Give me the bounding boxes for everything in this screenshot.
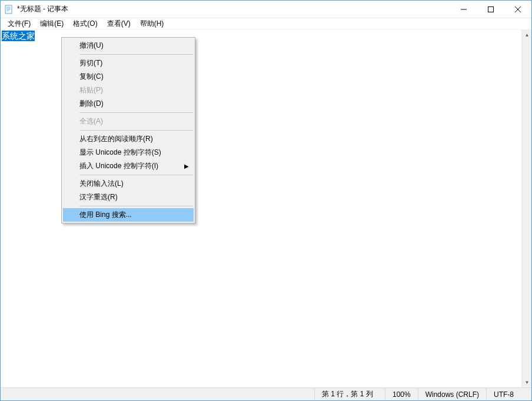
selected-text[interactable]: 系统之家 [2, 31, 35, 41]
ctx-separator [79, 206, 193, 206]
menu-edit[interactable]: 编辑(E) [35, 18, 68, 30]
close-button[interactable] [504, 1, 531, 18]
ctx-show-unicode[interactable]: 显示 Unicode 控制字符(S) [63, 146, 194, 159]
titlebar: *无标题 - 记事本 [1, 1, 531, 18]
ctx-copy[interactable]: 复制(C) [63, 70, 194, 83]
menubar: 文件(F) 编辑(E) 格式(O) 查看(V) 帮助(H) [1, 18, 531, 30]
ctx-paste: 粘贴(P) [63, 83, 194, 97]
ctx-cut[interactable]: 剪切(T) [63, 56, 194, 70]
status-position: 第 1 行，第 1 列 [314, 388, 385, 400]
ctx-separator [79, 112, 193, 113]
ctx-insert-unicode[interactable]: 插入 Unicode 控制字符(I) ▶ [63, 159, 194, 173]
scroll-up-icon[interactable]: ▲ [522, 30, 531, 40]
status-line-ending: Windows (CRLF) [418, 388, 486, 400]
notepad-icon [4, 5, 14, 14]
window-controls [450, 1, 531, 18]
menu-view[interactable]: 查看(V) [102, 18, 135, 30]
menu-format[interactable]: 格式(O) [68, 18, 102, 30]
ctx-select-all: 全选(A) [63, 115, 194, 128]
status-zoom: 100% [385, 388, 418, 400]
ctx-undo[interactable]: 撤消(U) [63, 39, 194, 52]
maximize-button[interactable] [477, 1, 504, 18]
ctx-bing-search[interactable]: 使用 Bing 搜索... [63, 208, 194, 222]
statusbar: 第 1 行，第 1 列 100% Windows (CRLF) UTF-8 [1, 387, 531, 400]
vertical-scrollbar[interactable]: ▲ ▼ [521, 30, 531, 387]
svg-rect-6 [488, 6, 494, 12]
status-encoding: UTF-8 [486, 388, 531, 400]
window-title: *无标题 - 记事本 [17, 4, 450, 14]
ctx-separator [79, 175, 193, 175]
chevron-right-icon: ▶ [184, 163, 189, 169]
ctx-separator [79, 130, 193, 131]
ctx-hanzi-reselect[interactable]: 汉字重选(R) [63, 191, 194, 204]
ctx-insert-unicode-label: 插入 Unicode 控制字符(I) [79, 161, 158, 171]
scroll-down-icon[interactable]: ▼ [522, 377, 531, 387]
ctx-close-ime[interactable]: 关闭输入法(L) [63, 177, 194, 191]
menu-file[interactable]: 文件(F) [3, 18, 35, 30]
ctx-separator [79, 54, 193, 55]
context-menu: 撤消(U) 剪切(T) 复制(C) 粘贴(P) 删除(D) 全选(A) 从右到左… [61, 37, 195, 223]
ctx-rtl-reading[interactable]: 从右到左的阅读顺序(R) [63, 132, 194, 146]
ctx-delete[interactable]: 删除(D) [63, 97, 194, 111]
minimize-button[interactable] [450, 1, 477, 18]
menu-help[interactable]: 帮助(H) [135, 18, 169, 30]
